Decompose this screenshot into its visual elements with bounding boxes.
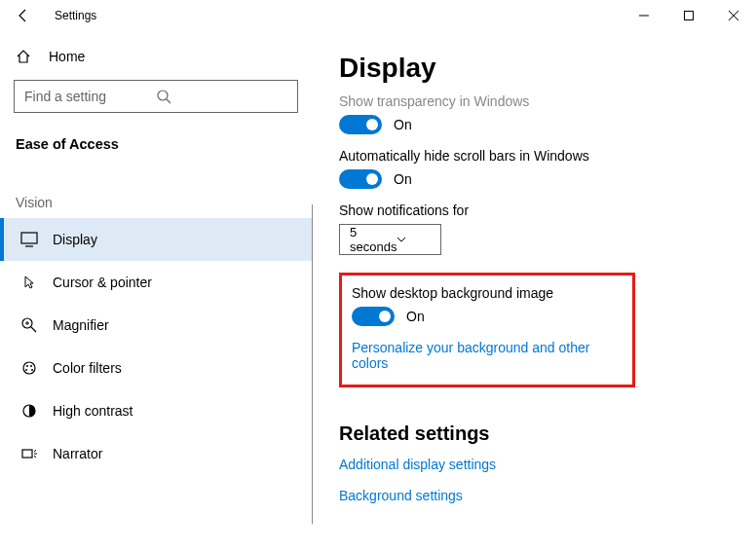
home-button[interactable]: Home xyxy=(0,39,312,74)
sidebar-item-magnifier[interactable]: Magnifier xyxy=(0,304,312,347)
content: Display Show transparency in Windows On … xyxy=(312,31,756,551)
desktop-bg-toggle[interactable] xyxy=(352,307,395,326)
search-input[interactable]: Find a setting xyxy=(14,80,298,113)
desktop-bg-label: Show desktop background image xyxy=(352,285,621,301)
group-label: Vision xyxy=(0,160,312,218)
magnifier-icon xyxy=(19,315,39,335)
search-icon xyxy=(156,89,287,104)
transparency-toggle-row: On xyxy=(339,115,756,134)
sidebar-item-label: Color filters xyxy=(53,360,122,376)
sidebar-item-label: Magnifier xyxy=(53,317,109,333)
personalize-link[interactable]: Personalize your background and other co… xyxy=(352,340,621,371)
sidebar-item-narrator[interactable]: Narrator xyxy=(0,432,312,475)
color-filters-icon xyxy=(19,358,39,378)
highlight-box: Show desktop background image On Persona… xyxy=(339,273,635,387)
scrollbars-toggle-row: On xyxy=(339,169,756,189)
notifications-value: 5 seconds xyxy=(350,225,397,254)
desktop-bg-state: On xyxy=(406,309,425,324)
cursor-icon xyxy=(19,273,39,292)
svg-point-15 xyxy=(31,369,33,371)
related-heading: Related settings xyxy=(339,422,756,445)
transparency-state: On xyxy=(394,117,412,132)
sidebar-item-display[interactable]: Display xyxy=(0,218,312,261)
svg-rect-18 xyxy=(22,450,32,458)
transparency-toggle[interactable] xyxy=(339,115,382,134)
sidebar-item-high-contrast[interactable]: High contrast xyxy=(0,389,312,432)
minimize-button[interactable] xyxy=(622,0,666,31)
svg-rect-6 xyxy=(21,233,37,243)
monitor-icon xyxy=(19,230,39,249)
home-label: Home xyxy=(49,49,85,64)
sidebar-item-label: Display xyxy=(53,232,97,247)
related-link-background[interactable]: Background settings xyxy=(339,488,756,503)
svg-point-14 xyxy=(30,365,32,367)
home-icon xyxy=(16,49,35,64)
scrollbars-state: On xyxy=(394,171,412,187)
search-placeholder: Find a setting xyxy=(24,89,156,104)
svg-line-19 xyxy=(34,450,36,452)
svg-line-9 xyxy=(31,327,36,332)
category-label: Ease of Access xyxy=(0,127,312,160)
svg-line-5 xyxy=(167,99,170,103)
maximize-button[interactable] xyxy=(666,0,711,31)
sidebar-item-color-filters[interactable]: Color filters xyxy=(0,347,312,389)
notifications-select[interactable]: 5 seconds xyxy=(339,224,441,255)
chevron-down-icon xyxy=(397,235,431,244)
related-link-display[interactable]: Additional display settings xyxy=(339,457,756,472)
sidebar-item-label: Narrator xyxy=(53,446,102,461)
sidebar-item-label: Cursor & pointer xyxy=(53,275,152,290)
svg-rect-1 xyxy=(685,12,694,20)
scrollbars-label: Automatically hide scroll bars in Window… xyxy=(339,148,756,164)
titlebar: Settings xyxy=(0,0,756,31)
svg-point-13 xyxy=(26,365,28,367)
sidebar-item-cursor-pointer[interactable]: Cursor & pointer xyxy=(0,261,312,304)
desktop-bg-toggle-row: On xyxy=(352,307,621,326)
svg-point-12 xyxy=(23,362,35,374)
page-title: Display xyxy=(339,53,756,84)
notifications-label: Show notifications for xyxy=(339,202,756,218)
back-button[interactable] xyxy=(8,0,39,31)
high-contrast-icon xyxy=(19,401,39,421)
svg-point-16 xyxy=(25,369,27,371)
transparency-label: Show transparency in Windows xyxy=(339,93,756,109)
window-title: Settings xyxy=(55,9,96,22)
sidebar: Home Find a setting Ease of Access Visio… xyxy=(0,31,312,551)
close-button[interactable] xyxy=(711,0,756,31)
svg-line-21 xyxy=(34,456,36,458)
svg-point-4 xyxy=(158,91,168,100)
scrollbars-toggle[interactable] xyxy=(339,169,382,189)
sidebar-item-label: High contrast xyxy=(53,403,132,419)
window-controls xyxy=(622,0,756,31)
narrator-icon xyxy=(19,444,39,463)
